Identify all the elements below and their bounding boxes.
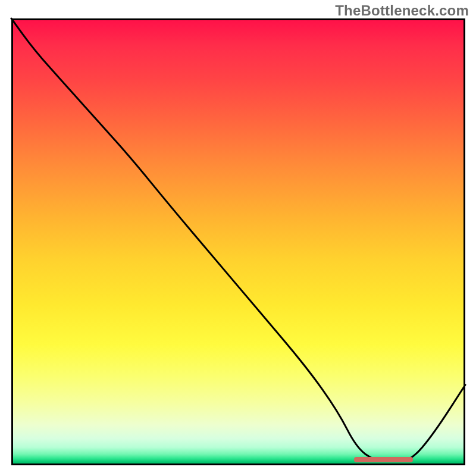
chart-frame: TheBottleneck.com: [0, 0, 476, 476]
watermark-text: TheBottleneck.com: [335, 2, 469, 19]
plot-gradient-background: [11, 18, 465, 465]
